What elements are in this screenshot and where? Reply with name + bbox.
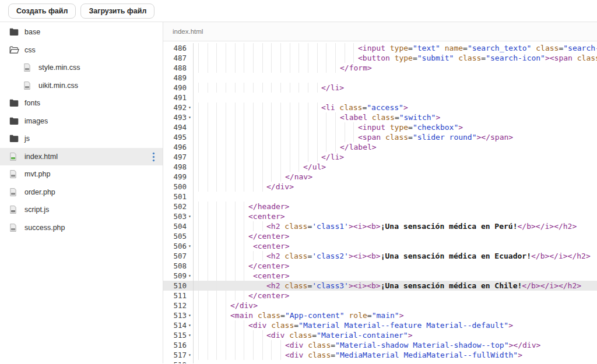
gutter: 491 [163, 93, 194, 103]
code-line-content: </li> [194, 83, 597, 93]
file-icon [23, 63, 34, 72]
sidebar-item-success-php[interactable]: success.php [0, 219, 163, 237]
code-line[interactable]: 513▾<main class="App-content" role="main… [163, 310, 597, 320]
code-line[interactable]: 497</li> [163, 152, 597, 162]
fold-toggle-icon[interactable]: ▾ [187, 211, 193, 221]
token-attr: class [289, 330, 312, 340]
fold-toggle-icon[interactable]: ▾ [187, 241, 193, 251]
code-line[interactable]: 498</ul> [163, 162, 597, 172]
sidebar-item-js[interactable]: js [0, 130, 163, 148]
token-op: = [408, 43, 413, 53]
code-line[interactable]: 518 [163, 360, 597, 363]
code-line[interactable]: 489 [163, 73, 597, 83]
code-line[interactable]: 507<h2 class='class2'><i><b>¡Una sensaci… [163, 251, 597, 261]
sidebar-item-images[interactable]: images [0, 112, 163, 130]
gutter: 513▾ [163, 310, 194, 320]
item-context-menu-icon[interactable] [151, 152, 156, 161]
gutter: 493▾ [163, 112, 194, 122]
code-line[interactable]: 495<span class="slider round"></span> [163, 132, 597, 142]
file-name-label: images [24, 117, 48, 125]
fold-toggle-icon[interactable]: ▾ [187, 103, 193, 112]
token-attr: class [458, 53, 481, 63]
code-line[interactable]: 504<h2 class='class1'><i><b>¡Una sensaci… [163, 221, 597, 231]
code-line[interactable]: 502</header> [163, 202, 597, 211]
token-attr: class [536, 43, 559, 53]
token-tag: </center> [248, 261, 289, 271]
code-line[interactable]: 500</div> [163, 182, 597, 192]
file-icon [9, 223, 20, 232]
sidebar-item-base[interactable]: base [0, 23, 163, 41]
fold-toggle-icon[interactable]: ▾ [187, 350, 193, 360]
sidebar-item-uikit-min-css[interactable]: uikit.min.css [0, 77, 163, 95]
code-editor[interactable]: 486<input type="text" name="search_texto… [163, 41, 597, 363]
code-line[interactable]: 487<button type="submit" class="search-i… [163, 53, 597, 63]
token-tag: <main [230, 310, 258, 320]
code-line[interactable]: 491 [163, 93, 597, 103]
sidebar-item-mvt-php[interactable]: mvt.php [0, 165, 163, 183]
token-attr: class [372, 112, 395, 122]
sidebar-item-fonts[interactable]: fonts [0, 94, 163, 112]
code-line[interactable]: 494<input type="checkbox"> [163, 122, 597, 132]
fold-toggle-icon[interactable]: ▾ [187, 320, 193, 330]
token-tag: <label [340, 112, 372, 122]
code-line[interactable]: 490</li> [163, 83, 597, 93]
fold-toggle-icon[interactable]: ▾ [187, 330, 193, 340]
token-str: "main" [372, 310, 399, 320]
code-line[interactable]: 486<input type="text" name="search_texto… [163, 43, 597, 53]
line-number: 496 [163, 142, 187, 152]
code-line[interactable]: 503▾<center> [163, 211, 597, 221]
code-line[interactable]: 493▾<label class="switch"> [163, 112, 597, 122]
token-attr: class [308, 340, 331, 350]
code-line-active[interactable]: 510<h2 class='class3'><i><b>¡Una sensaci… [163, 281, 597, 291]
token-tag: </div> [230, 301, 258, 310]
sidebar-item-style-min-css[interactable]: style.min.css [0, 59, 163, 77]
fold-toggle-icon[interactable]: ▾ [187, 271, 193, 281]
indent-guides [198, 251, 266, 261]
indent-guides [198, 132, 358, 142]
code-line[interactable]: 509▾<center> [163, 271, 597, 281]
indent-guides [198, 122, 358, 132]
code-line[interactable]: 492▾<li class="access"> [163, 103, 597, 112]
sidebar-item-order-php[interactable]: order.php [0, 183, 163, 202]
sidebar-item-script-js[interactable]: script.js [0, 201, 163, 219]
line-number: 497 [163, 152, 187, 162]
sidebar-item-css[interactable]: css [0, 41, 163, 59]
code-line[interactable]: 508</center> [163, 261, 597, 271]
code-line[interactable]: 488</form> [163, 63, 597, 73]
code-line-content: <main class="App-content" role="main"> [194, 310, 597, 320]
token-text: ¡Una sensación médica en Ecuador! [381, 251, 531, 261]
token-attr: class [285, 281, 307, 291]
code-line[interactable]: 501 [163, 192, 597, 202]
line-number: 487 [163, 53, 187, 63]
create-file-button[interactable]: Создать файл [8, 3, 76, 19]
indent-guides [198, 301, 230, 310]
token-str: "text" [413, 43, 445, 53]
upload-file-button[interactable]: Загрузить файл [80, 3, 154, 19]
gutter: 498 [163, 162, 194, 172]
token-op: = [294, 320, 298, 330]
gutter: 502 [163, 202, 194, 211]
file-name-label: success.php [24, 224, 65, 232]
token-tag: </li> [321, 83, 344, 93]
code-line[interactable]: 506▾<center> [163, 241, 597, 251]
code-line[interactable]: 512</div> [163, 301, 597, 310]
code-line[interactable]: 499</nav> [163, 172, 597, 182]
code-line-content: </li> [194, 152, 597, 162]
fold-toggle-icon[interactable]: ▾ [187, 310, 193, 320]
file-name-label: mvt.php [24, 170, 50, 178]
code-line-content: </div> [194, 182, 597, 192]
code-line[interactable]: 516<div class="Material-shadow Material-… [163, 340, 597, 350]
code-line[interactable]: 517▾<div class="MediaMaterial MediaMater… [163, 350, 597, 360]
code-line[interactable]: 505</center> [163, 231, 597, 241]
sidebar-item-index-html[interactable]: index.html [0, 148, 163, 166]
code-line[interactable]: 514▾<div class="Material Material--featu… [163, 320, 597, 330]
code-line-content: <h2 class='class3'><i><b>¡Una sensación … [194, 281, 597, 291]
indent-guides [198, 211, 248, 221]
code-line[interactable]: 511</center> [163, 291, 597, 301]
line-number: 495 [163, 132, 187, 142]
fold-toggle-icon[interactable]: ▾ [187, 112, 193, 122]
code-line[interactable]: 496</label> [163, 142, 597, 152]
code-line[interactable]: 515▾<div class="Material-container"> [163, 330, 597, 340]
tab-index-html[interactable]: index.html [173, 28, 203, 35]
indent-guides [198, 182, 266, 192]
